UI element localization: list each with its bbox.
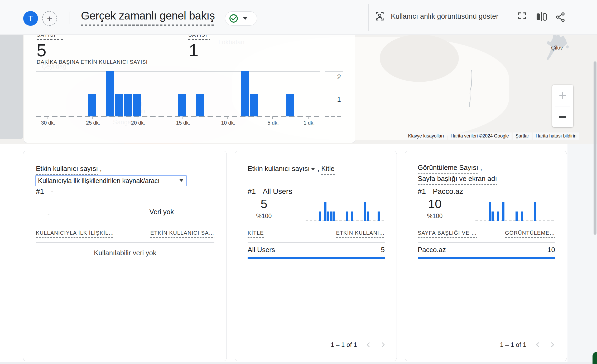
table-row[interactable]: All Users 5 — [248, 246, 385, 254]
report-status-badge[interactable] — [225, 11, 257, 26]
x-axis-label: -10 dk. — [219, 120, 235, 126]
vertical-scrollbar[interactable] — [594, 61, 596, 235]
metric-name-link[interactable]: Görüntüleme Sayısı — [418, 164, 478, 174]
chevron-down-icon — [243, 17, 248, 20]
map-zoom-control: + — [552, 85, 573, 127]
column-header-metric[interactable]: ETKİN KULLANICI SA… — [150, 230, 214, 238]
user-snapshot-button[interactable]: Kullanıcı anlık görüntüsünü göster — [375, 12, 498, 21]
add-comparison-button[interactable]: + — [42, 11, 57, 26]
x-axis-label: -15 dk. — [174, 120, 190, 126]
column-header-dimension[interactable]: KULLANICIYLA İLK İLİŞKİL… — [36, 230, 114, 238]
card-audience: Etkin kullanıcı sayısı , Kitle #1All Use… — [235, 151, 397, 361]
dimension-dropdown[interactable]: Kullanıcıyla ilk ilişkilendirilen kaynak… — [35, 175, 187, 186]
table-divider — [36, 242, 214, 243]
metric-big-value: 10 — [419, 197, 451, 210]
map-keyboard-shortcuts-link[interactable]: Klavye kısayolları — [406, 132, 447, 140]
account-avatar[interactable]: T — [23, 11, 38, 26]
map-report-error-link[interactable]: Harita hatası bildirin — [533, 132, 579, 140]
metric-name-dropdown[interactable]: Etkin kullanıcı sayısı — [248, 165, 310, 173]
x-axis-label: -5 dk. — [266, 120, 279, 126]
chart-bar — [346, 211, 348, 221]
chart-bar — [521, 211, 523, 221]
x-axis-label: -25 dk. — [84, 120, 100, 126]
chart-bar — [367, 211, 369, 221]
previous-page-button[interactable] — [365, 341, 372, 348]
table-row[interactable]: Pacco.az 10 — [418, 246, 555, 254]
user-snapshot-icon — [375, 12, 384, 21]
gridline — [36, 94, 320, 94]
chart-bar — [327, 211, 329, 221]
next-page-button[interactable] — [380, 341, 387, 348]
plus-icon: + — [47, 13, 52, 24]
table-divider — [418, 242, 555, 243]
chart-bar — [378, 211, 380, 221]
value-column: 10 %100 — [419, 197, 451, 220]
page-title[interactable]: Gerçek zamanlı genel bakış — [81, 9, 215, 26]
card-title: Görüntüleme Sayısı , — [418, 164, 482, 172]
page-right-margin — [567, 144, 597, 364]
axis-tick — [272, 116, 273, 119]
card-subtitle: Sayfa başlığı ve ekran adı — [418, 175, 497, 183]
active-users-value: 5 — [37, 40, 46, 60]
chart-bar — [286, 94, 294, 116]
ga-realtime-overview: Lökbatan Çeyildağ Sangaçal al ali Çilov … — [0, 0, 597, 364]
empty-table-message: Kullanılabilir veri yok — [36, 249, 214, 257]
rank-value: - — [51, 187, 53, 195]
column-header-dimension[interactable]: KİTLE — [248, 230, 264, 238]
column-header-dimension[interactable]: SAYFA BAŞLIĞI VE … — [418, 230, 477, 238]
title-comma: , — [478, 164, 482, 171]
chart-bar — [351, 211, 353, 221]
metric-percent: %100 — [248, 213, 280, 220]
metric-label-second[interactable]: SAYISI — [188, 35, 210, 40]
row-dimension-value: Pacco.az — [418, 246, 446, 254]
chart-bar — [333, 211, 335, 221]
chart-bar — [106, 71, 114, 116]
no-data-label: Veri yok — [133, 208, 191, 216]
column-header-metric[interactable]: ETKİN KULLANI… — [336, 230, 385, 238]
pagination-text: 1 – 1 of 1 — [500, 341, 526, 348]
map-attribution: Klavye kısayolları Harita verileri ©2024… — [406, 132, 579, 140]
table-header-row: KİTLE ETKİN KULLANI… — [248, 230, 385, 238]
chart-bar — [196, 94, 204, 116]
map-zoom-in-button[interactable]: + — [552, 85, 573, 106]
dimension-name-link[interactable]: Sayfa başlığı ve ekran adı — [418, 175, 497, 185]
x-axis-label: -30 dk. — [39, 120, 55, 126]
chevron-down-icon — [311, 168, 315, 170]
metric-percent: %100 — [419, 213, 451, 220]
corner-fab-peek[interactable] — [593, 352, 597, 364]
previous-page-button[interactable] — [534, 341, 541, 348]
card-first-user-source: Etkin kullanıcı sayısı , Kullanıcıyla il… — [23, 151, 227, 361]
next-page-button[interactable] — [549, 341, 556, 348]
map-terms-link[interactable]: Şartlar — [513, 132, 532, 140]
column-header-metric[interactable]: GÖRÜNTÜLEME… — [505, 230, 555, 238]
value-column: 5 %100 — [248, 197, 280, 220]
chevron-right-icon — [380, 341, 387, 348]
map-landmass — [0, 35, 23, 139]
comparison-button[interactable] — [536, 12, 547, 23]
dimension-name-link[interactable]: Kitle — [321, 165, 335, 175]
chart-bar — [324, 202, 326, 221]
chart-baseline — [36, 116, 320, 117]
page-bottom-strip — [0, 362, 597, 364]
chart-bar — [502, 202, 504, 221]
fullscreen-button[interactable] — [518, 12, 526, 21]
chart-bar — [241, 71, 249, 116]
map-zoom-out-button[interactable] — [552, 106, 573, 127]
axis-tick — [182, 116, 182, 119]
chart-bar — [497, 211, 499, 221]
chart-subtitle: DAKİKA BAŞINA ETKİN KULLANICI SAYISI — [37, 59, 148, 65]
card-page-views: Görüntüleme Sayısı , Sayfa başlığı ve ek… — [405, 151, 567, 361]
metric-name-link[interactable]: Etkin kullanıcı sayısı — [36, 165, 98, 175]
chevron-down-icon — [179, 179, 184, 182]
header-divider — [70, 12, 70, 24]
card-title: Etkin kullanıcı sayısı , Kitle — [248, 165, 335, 173]
y-axis-tick-2: 2 — [325, 73, 341, 81]
share-button[interactable] — [556, 12, 565, 23]
pagination: 1 – 1 of 1 — [500, 341, 556, 348]
title-comma: , — [98, 165, 102, 173]
chart-bar — [534, 202, 536, 221]
chart-bar — [364, 202, 366, 221]
user-snapshot-label: Kullanıcı anlık görüntüsünü göster — [391, 12, 498, 21]
metric-label-active-users[interactable]: SAYISI — [37, 35, 64, 40]
second-metric-value: 1 — [189, 40, 199, 60]
